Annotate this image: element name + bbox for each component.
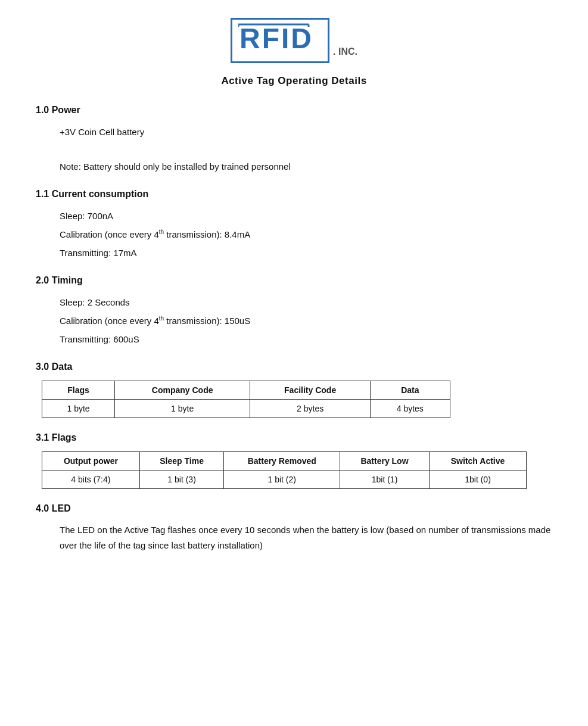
section-3-1-heading: 3.1 Flags [36,432,552,443]
data-table: Flags Company Code Facility Code Data 1 … [42,381,450,418]
power-battery: +3V Coin Cell battery [60,124,552,140]
current-calibration: Calibration (once every 4th transmission… [60,226,552,242]
flags-table: Output power Sleep Time Battery Removed … [42,451,527,489]
page-title: Active Tag Operating Details [36,75,552,87]
data-table-row-0: 1 byte 1 byte 2 bytes 4 bytes [42,400,450,418]
data-table-header-row: Flags Company Code Facility Code Data [42,381,450,400]
page-header: RFID . INC. Active Tag Operating Details [36,18,552,87]
section-1-1-heading: 1.1 Current consumption [36,189,552,200]
section-1-0-content: +3V Coin Cell battery Note: Battery shou… [60,124,552,175]
timing-sleep: Sleep: 2 Seconds [60,294,552,310]
flags-val-sleep-time: 1 bit (3) [139,471,224,489]
svg-text:RFID: RFID [239,23,313,53]
section-3-0-heading: 3.0 Data [36,362,552,372]
current-sleep: Sleep: 700nA [60,208,552,224]
flags-table-row-0: 4 bits (7:4) 1 bit (3) 1 bit (2) 1bit (1… [42,471,527,489]
section-3-0: 3.0 Data Flags Company Code Facility Cod… [36,362,552,418]
timing-transmitting: Transmitting: 600uS [60,331,552,347]
flags-col-switch-active: Switch Active [429,452,526,471]
power-note: Note: Battery should only be installed b… [60,158,552,175]
current-transmitting: Transmitting: 17mA [60,245,552,261]
logo-rfid: RFID [231,18,329,63]
flags-val-output-power: 4 bits (7:4) [42,471,140,489]
data-col-flags: Flags [42,381,115,400]
section-4-0: 4.0 LED The LED on the Active Tag flashe… [36,503,552,553]
sup-th-1: th [159,229,164,235]
section-1-1: 1.1 Current consumption Sleep: 700nA Cal… [36,189,552,261]
flags-col-battery-removed: Battery Removed [224,452,340,471]
section-4-0-heading: 4.0 LED [36,503,552,514]
flags-col-battery-low: Battery Low [340,452,430,471]
flags-val-battery-low: 1bit (1) [340,471,430,489]
data-val-data: 4 bytes [371,400,450,418]
section-3-1: 3.1 Flags Output power Sleep Time Batter… [36,432,552,489]
flags-table-header-row: Output power Sleep Time Battery Removed … [42,452,527,471]
logo-container: RFID . INC. [36,18,552,63]
timing-calibration: Calibration (once every 4th transmission… [60,313,552,329]
section-2-0-content: Sleep: 2 Seconds Calibration (once every… [60,294,552,347]
section-1-0-heading: 1.0 Power [36,105,552,116]
led-description: The LED on the Active Tag flashes once e… [60,522,552,553]
flags-col-sleep-time: Sleep Time [139,452,224,471]
logo-inc-text: . INC. [333,46,357,57]
data-col-data: Data [371,381,450,400]
flags-val-switch-active: 1bit (0) [429,471,526,489]
data-col-company-code: Company Code [115,381,250,400]
data-table-wrapper: Flags Company Code Facility Code Data 1 … [42,381,552,418]
sup-th-2: th [159,315,164,322]
section-2-0: 2.0 Timing Sleep: 2 Seconds Calibration … [36,275,552,347]
flags-col-output-power: Output power [42,452,140,471]
data-val-flags: 1 byte [42,400,115,418]
flags-val-battery-removed: 1 bit (2) [224,471,340,489]
data-val-company-code: 1 byte [115,400,250,418]
section-2-0-heading: 2.0 Timing [36,275,552,286]
section-1-1-content: Sleep: 700nA Calibration (once every 4th… [60,208,552,261]
flags-table-wrapper: Output power Sleep Time Battery Removed … [42,451,552,489]
logo-svg: RFID [238,22,322,53]
data-val-facility-code: 2 bytes [250,400,371,418]
data-col-facility-code: Facility Code [250,381,371,400]
section-1-0: 1.0 Power +3V Coin Cell battery Note: Ba… [36,105,552,175]
